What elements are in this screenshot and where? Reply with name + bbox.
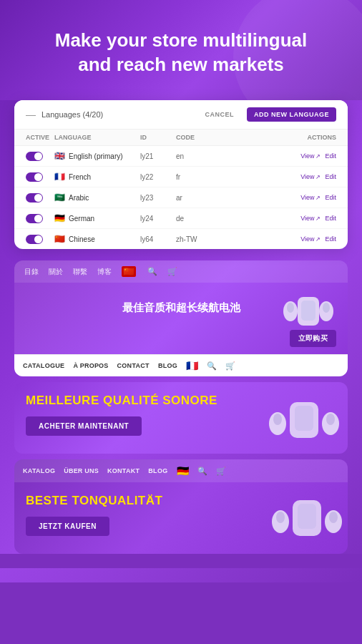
col-language: Language xyxy=(54,134,140,141)
col-code: Code xyxy=(176,134,219,141)
lang-code-chinese: zh-TW xyxy=(176,235,219,243)
lang-actions-german: View ↗ Edit xyxy=(219,215,336,222)
toggle-english[interactable] xyxy=(26,152,43,161)
view-chinese[interactable]: View ↗ xyxy=(300,235,321,243)
cart-icon-chinese[interactable]: 🛒 xyxy=(167,267,177,276)
view-french[interactable]: View ↗ xyxy=(300,173,321,180)
chinese-buy-button[interactable]: 立即购买 xyxy=(290,330,336,347)
flag-german: 🇩🇪 xyxy=(54,213,65,223)
german-nav-about[interactable]: ÜBER UNS xyxy=(64,467,99,474)
german-store-content: BESTE TONQUALITÄT JETZT KAUFEN xyxy=(14,482,348,554)
add-language-button[interactable]: ADD NEW LANGUAGE xyxy=(247,107,336,122)
german-store-nav: KATALOG ÜBER UNS KONTAKT BLOG 🇩🇪 🔍 🛒 xyxy=(14,459,348,482)
flag-arabic: 🇸🇦 xyxy=(54,192,65,203)
hero-title: Make your store multilingual and reach n… xyxy=(21,29,341,77)
lang-english: 🇬🇧 English (primary) xyxy=(54,151,140,161)
flag-english: 🇬🇧 xyxy=(54,151,65,161)
chinese-nav-about[interactable]: 關於 xyxy=(49,267,63,277)
edit-arabic[interactable]: Edit xyxy=(325,194,336,201)
lang-id-english: ly21 xyxy=(140,152,176,160)
svg-point-5 xyxy=(323,303,330,313)
cart-icon-german[interactable]: 🛒 xyxy=(216,467,226,476)
lang-arabic: 🇸🇦 Arabic xyxy=(54,192,140,203)
german-buy-button[interactable]: JETZT KAUFEN xyxy=(26,517,109,536)
edit-english[interactable]: Edit xyxy=(325,152,336,160)
table-row: 🇫🇷 French ly22 fr View ↗ Edit xyxy=(14,167,348,187)
german-nav-katalog[interactable]: KATALOG xyxy=(23,467,55,474)
lang-actions-arabic: View ↗ Edit xyxy=(219,194,336,201)
lang-name-french: French xyxy=(69,173,91,181)
french-nav-apropos[interactable]: À PROPOS xyxy=(73,362,108,369)
cart-icon-french-nav[interactable]: 🛒 xyxy=(225,361,235,371)
svg-rect-1 xyxy=(301,301,315,321)
col-actions: Actions xyxy=(219,134,336,141)
flag-french: 🇫🇷 xyxy=(54,172,65,182)
chinese-nav-catalogue[interactable]: 目錄 xyxy=(24,267,39,277)
french-hero-text: MEILLEURE QUALITÉ SONORE xyxy=(26,394,262,408)
admin-header-right: CANCEL ADD NEW LANGUAGE xyxy=(198,107,337,122)
french-nav-catalogue[interactable]: CATALOGUE xyxy=(23,362,64,369)
french-flag-nav[interactable]: 🇫🇷 xyxy=(186,360,198,371)
col-id: ID xyxy=(140,134,176,141)
french-store-content: MEILLEURE QUALITÉ SONORE ACHETER MAINTEN… xyxy=(14,382,348,454)
view-german[interactable]: View ↗ xyxy=(300,215,321,222)
view-arabic[interactable]: View ↗ xyxy=(300,194,321,201)
edit-french[interactable]: Edit xyxy=(325,173,336,180)
german-nav-blog[interactable]: BLOG xyxy=(148,467,167,474)
toggle-german[interactable] xyxy=(26,214,43,223)
svg-point-9 xyxy=(273,414,282,425)
lang-name-arabic: Arabic xyxy=(69,194,89,202)
admin-languages-count: Languages (4/20) xyxy=(41,110,103,119)
table-row: 🇨🇳 Chinese ly64 zh-TW View ↗ Edit xyxy=(14,229,348,249)
svg-rect-13 xyxy=(298,504,316,529)
french-nav-overlay: CATALOGUE À PROPOS CONTACT BLOG 🇫🇷 🔍 🛒 xyxy=(14,354,348,376)
german-flag-nav[interactable]: 🇩🇪 xyxy=(177,465,189,477)
lang-name-chinese: Chinese xyxy=(69,235,95,243)
lang-chinese: 🇨🇳 Chinese xyxy=(54,234,140,244)
lang-code-arabic: ar xyxy=(176,194,219,202)
cancel-button[interactable]: CANCEL xyxy=(198,107,242,122)
chinese-store-content: 最佳音质和超长续航电池 立即购买 xyxy=(14,283,348,354)
german-nav-contact[interactable]: KONTAKT xyxy=(107,467,140,474)
svg-point-17 xyxy=(329,512,338,523)
lang-name-english: English (primary) xyxy=(69,152,123,160)
search-icon-german[interactable]: 🔍 xyxy=(197,467,207,476)
lang-code-english: en xyxy=(176,152,219,160)
lang-code-german: de xyxy=(176,215,219,223)
chinese-store-preview: 目錄 關於 聯繫 博客 🇨🇳 🔍 🛒 最佳音质和超长续航电池 xyxy=(14,260,348,376)
col-active: Active xyxy=(26,134,54,141)
edit-chinese[interactable]: Edit xyxy=(325,235,336,243)
chinese-nav-contact[interactable]: 聯繫 xyxy=(73,267,87,277)
toggle-chinese[interactable] xyxy=(26,235,43,244)
admin-header-left: — Languages (4/20) xyxy=(26,109,103,120)
svg-point-15 xyxy=(276,512,285,523)
lang-french: 🇫🇷 French xyxy=(54,172,140,182)
lang-id-german: ly24 xyxy=(140,215,176,223)
lang-actions-english: View ↗ Edit xyxy=(219,152,336,160)
svg-point-11 xyxy=(326,414,335,425)
edit-german[interactable]: Edit xyxy=(325,215,336,222)
svg-point-3 xyxy=(287,303,294,313)
toggle-french[interactable] xyxy=(26,172,43,182)
lang-name-german: German xyxy=(69,215,94,223)
admin-dash: — xyxy=(26,109,36,120)
view-english[interactable]: View ↗ xyxy=(300,152,321,160)
chinese-nav-blog[interactable]: 博客 xyxy=(97,267,112,277)
lang-id-french: ly22 xyxy=(140,173,176,181)
search-icon-chinese[interactable]: 🔍 xyxy=(147,267,157,276)
german-hero-text: BESTE TONQUALITÄT xyxy=(26,494,269,508)
flag-chinese: 🇨🇳 xyxy=(54,234,65,244)
french-buy-button[interactable]: ACHETER MAINTENANT xyxy=(26,416,142,436)
chinese-flag[interactable]: 🇨🇳 xyxy=(122,266,136,277)
lang-id-arabic: ly23 xyxy=(140,194,176,202)
toggle-arabic[interactable] xyxy=(26,193,43,203)
table-header: Active Language ID Code Actions xyxy=(14,130,348,146)
table-row: 🇸🇦 Arabic ly23 ar View ↗ Edit xyxy=(14,187,348,208)
french-nav-blog[interactable]: BLOG xyxy=(158,362,177,369)
table-row: 🇩🇪 German ly24 de View ↗ Edit xyxy=(14,208,348,229)
lang-german: 🇩🇪 German xyxy=(54,213,140,223)
german-store-preview: KATALOG ÜBER UNS KONTAKT BLOG 🇩🇪 🔍 🛒 BES… xyxy=(14,459,348,554)
table-row: 🇬🇧 English (primary) ly21 en View ↗ Edit xyxy=(14,146,348,167)
search-icon-french-nav[interactable]: 🔍 xyxy=(207,361,217,371)
french-nav-contact[interactable]: CONTACT xyxy=(117,362,149,369)
